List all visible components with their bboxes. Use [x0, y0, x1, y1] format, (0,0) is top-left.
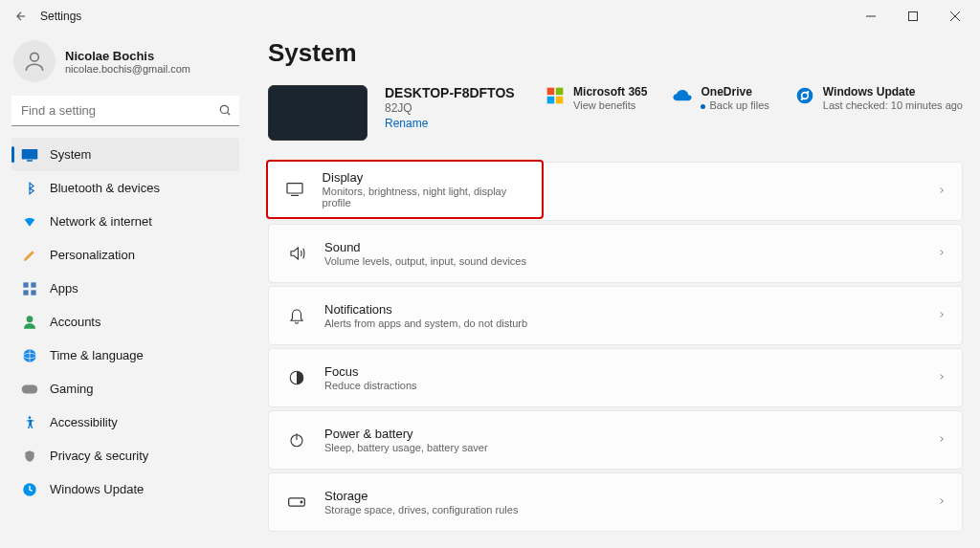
status-title: OneDrive — [701, 85, 768, 99]
nav-item-bluetooth[interactable]: Bluetooth & devices — [11, 171, 239, 205]
status-sub: Last checked: 10 minutes ago — [823, 99, 963, 111]
nav-item-label: Windows Update — [50, 482, 144, 496]
setting-title: Sound — [324, 240, 526, 254]
setting-sub: Storage space, drives, configuration rul… — [324, 504, 518, 515]
status-m365[interactable]: Microsoft 365 View benefits — [545, 85, 647, 111]
device-name: DESKTOP-F8DFTOS — [385, 85, 515, 100]
nav-item-accessibility[interactable]: Accessibility — [11, 406, 239, 439]
setting-power[interactable]: Power & battery Sleep, battery usage, ba… — [268, 410, 963, 470]
user-block[interactable]: Nicolae Bochis nicolae.bochis@gmail.com — [13, 40, 239, 82]
chevron-right-icon — [937, 369, 947, 386]
svg-point-5 — [220, 105, 228, 113]
setting-title: Notifications — [324, 302, 527, 317]
nav-item-privacy[interactable]: Privacy & security — [11, 439, 239, 472]
svg-rect-21 — [556, 88, 564, 96]
nav-item-personalization[interactable]: Personalization — [11, 238, 239, 272]
page-title: System — [268, 38, 963, 68]
nav-item-label: Time & language — [50, 348, 144, 362]
chevron-right-icon — [937, 431, 947, 449]
search-icon — [218, 103, 232, 121]
setting-sound[interactable]: Sound Volume levels, output, input, soun… — [268, 224, 963, 283]
globe-icon — [21, 347, 38, 364]
sidebar: Nicolae Bochis nicolae.bochis@gmail.com … — [0, 33, 251, 548]
setting-notifications[interactable]: Notifications Alerts from apps and syste… — [268, 286, 963, 345]
setting-focus[interactable]: Focus Reduce distractions — [268, 348, 963, 407]
nav-item-label: System — [50, 147, 91, 162]
svg-rect-11 — [23, 290, 28, 295]
accessibility-icon — [21, 414, 38, 431]
device-model: 82JQ — [385, 101, 515, 115]
focus-icon — [286, 367, 307, 388]
setting-sub: Volume levels, output, input, sound devi… — [324, 255, 526, 267]
avatar — [13, 40, 56, 82]
titlebar: Settings — [0, 0, 980, 33]
setting-sub: Alerts from apps and system, do not dist… — [324, 318, 527, 329]
arrow-left-icon — [14, 10, 28, 23]
svg-point-24 — [797, 88, 813, 104]
shield-icon — [21, 448, 38, 465]
chevron-right-icon — [937, 493, 947, 511]
accounts-icon — [21, 314, 38, 331]
gamepad-icon — [21, 381, 38, 398]
nav-item-network[interactable]: Network & internet — [11, 205, 239, 238]
close-button[interactable] — [934, 2, 976, 31]
chevron-right-icon — [937, 245, 947, 262]
status-onedrive[interactable]: OneDrive Back up files — [672, 85, 768, 111]
onedrive-icon — [672, 85, 693, 106]
maximize-button[interactable] — [892, 2, 934, 31]
setting-sub: Monitors, brightness, night light, displ… — [323, 186, 524, 208]
svg-rect-20 — [547, 88, 555, 96]
bluetooth-icon — [21, 180, 38, 197]
svg-rect-17 — [22, 384, 38, 393]
system-icon — [21, 146, 38, 164]
svg-point-31 — [301, 501, 302, 503]
setting-display[interactable]: Display Monitors, brightness, night ligh… — [266, 160, 544, 219]
nav-item-label: Bluetooth & devices — [50, 181, 160, 195]
nav-item-gaming[interactable]: Gaming — [11, 372, 239, 406]
svg-rect-1 — [909, 12, 918, 21]
svg-point-4 — [31, 53, 39, 61]
status-sub: Back up files — [701, 99, 768, 111]
chevron-right-icon — [937, 183, 947, 200]
device-thumbnail[interactable] — [268, 85, 368, 141]
person-icon — [22, 49, 47, 74]
svg-line-6 — [227, 112, 230, 115]
back-button[interactable] — [8, 3, 34, 30]
m365-icon — [545, 85, 566, 106]
nav-item-accounts[interactable]: Accounts — [11, 305, 239, 339]
bell-icon — [286, 305, 307, 326]
nav-item-update[interactable]: Windows Update — [11, 472, 239, 506]
nav-item-label: Network & internet — [50, 214, 152, 229]
user-email: nicolae.bochis@gmail.com — [65, 63, 190, 75]
nav: System Bluetooth & devices Network & int… — [11, 138, 239, 506]
svg-rect-10 — [31, 282, 35, 287]
device-row: DESKTOP-F8DFTOS 82JQ Rename Microsoft 36… — [268, 85, 963, 141]
svg-rect-7 — [22, 149, 38, 160]
nav-item-time[interactable]: Time & language — [11, 339, 239, 372]
status-sub: View benefits — [573, 99, 647, 111]
status-title: Microsoft 365 — [573, 85, 647, 99]
user-name: Nicolae Bochis — [65, 49, 190, 63]
svg-point-13 — [27, 316, 33, 322]
setting-title: Focus — [324, 364, 417, 379]
display-icon — [285, 179, 305, 200]
nav-item-system[interactable]: System — [11, 138, 239, 171]
apps-icon — [21, 280, 38, 297]
svg-rect-9 — [23, 282, 28, 287]
search-box — [11, 96, 239, 126]
search-input[interactable] — [11, 96, 239, 126]
setting-storage[interactable]: Storage Storage space, drives, configura… — [268, 472, 963, 532]
window-controls — [850, 2, 976, 31]
nav-item-label: Accounts — [50, 315, 100, 329]
rename-link[interactable]: Rename — [385, 117, 515, 130]
minimize-button[interactable] — [850, 2, 892, 31]
svg-rect-22 — [547, 97, 555, 104]
status-update[interactable]: Windows Update Last checked: 10 minutes … — [794, 85, 963, 111]
settings-list: Display Monitors, brightness, night ligh… — [268, 162, 963, 532]
nav-item-apps[interactable]: Apps — [11, 272, 239, 305]
wifi-icon — [21, 213, 38, 230]
setting-title: Display — [323, 170, 524, 185]
windows-update-icon — [794, 85, 815, 106]
setting-sub: Reduce distractions — [324, 380, 417, 391]
storage-icon — [286, 492, 307, 513]
